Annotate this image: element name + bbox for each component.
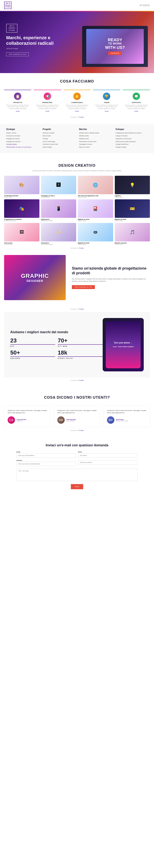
laptop-screen: READY TO WORK WITH US? CONTATTA xyxy=(86,29,144,64)
testimonial-card-2: Sample text. Click to select the text bo… xyxy=(103,406,150,427)
design-card-10: 🎟 Biglietti da visita Graphic design xyxy=(78,223,113,245)
stats-grid: 23 APP 70+ SITI WEB 50+ SQUADRE 18k UTEN… xyxy=(10,337,103,359)
logo-line1: ART & xyxy=(5,3,10,4)
design-card-0: 🎨 Un'identità aziendale Graphic design xyxy=(4,176,39,198)
design-card-title-8: Carte poster xyxy=(4,242,39,244)
design-creativo-sub: Lorem ipsum dolor sit amet, consectetur … xyxy=(4,170,150,172)
test-info-0: Catia Almeida Ingegneria xyxy=(17,419,26,422)
design-card-sub-3: Graphic design xyxy=(115,196,150,198)
contact-title: Inviaci un'e-mail con qualsiasi domanda xyxy=(17,443,137,447)
form-row-2: Indirizzo xyxy=(17,460,137,466)
global-immagine-note: Immagine de Freepik xyxy=(0,308,154,312)
competenza-text: Duis arat vulputare in vulputate velit e… xyxy=(65,104,89,110)
hero-section: ART & DESIGN STUDIO Marchi, esperienze e… xyxy=(0,11,154,73)
test-role-2: Direttore delle vendite xyxy=(116,420,128,422)
name-label: Nome xyxy=(78,451,137,453)
design-img-1: 🅱 xyxy=(41,176,76,194)
premi-title: PREMI xyxy=(104,102,109,103)
submit-button[interactable]: INVIA xyxy=(71,484,83,489)
list-item: Sviluppo Shopify xyxy=(116,146,148,148)
design-card-4: 🎭 Progettazione di volantini Progettazio… xyxy=(4,199,39,221)
global-immagine-link[interactable]: Freepik xyxy=(79,308,84,310)
design-immagine-note: Immagine de Freepik xyxy=(4,247,150,249)
laptop-cta: READY TO WORK WITH US? CONTATTA xyxy=(105,38,125,55)
services-section: Strategia Analisi e ricerca Consulenza i… xyxy=(0,124,154,153)
design-card-2: 🌐 Sito web di progettazione web Graphic … xyxy=(78,176,113,198)
form-group-name: Nome xyxy=(78,451,137,458)
message-textarea[interactable] xyxy=(17,469,137,481)
progetto-icon: 📋 xyxy=(14,93,21,100)
progetto-text: Duis arat vulputare in vulputate velit e… xyxy=(5,104,30,110)
list-item: Consulenza innovativi xyxy=(6,135,39,137)
list-item: Strategia del marchio xyxy=(6,138,39,140)
marketing-icon: 📢 xyxy=(44,93,51,100)
design-card-title-0: Un'identità aziendale xyxy=(4,195,39,196)
list-item: Brand Guide xyxy=(43,135,75,137)
marketing-text: Duis arat vulputare in vulputate velit e… xyxy=(35,104,60,110)
global-image: GRAPHIC DESIGNER xyxy=(4,255,66,300)
supporto-link[interactable]: DI PIÙ xyxy=(134,111,138,112)
cosa-facciamo-section: COSA FACCIAMO 📋 PROGETTO Duis arat vulpu… xyxy=(0,73,154,124)
services-grid: Strategia Analisi e ricerca Consulenza i… xyxy=(6,128,148,149)
testimonials-grid: Sample text. Click to select the text bo… xyxy=(4,406,150,427)
design-card-title-11: Modello musicale xyxy=(115,242,150,244)
stats-immagine-link[interactable]: Freepik xyxy=(79,380,84,381)
form-row-1: Email Nome xyxy=(17,451,137,458)
service-col-marchio: Marchio Identità visiva e Identità verba… xyxy=(79,128,112,149)
logo: ART & DESIGN STUDIO xyxy=(4,2,11,9)
sviluppo-title: Sviluppo xyxy=(116,128,148,130)
email-input[interactable] xyxy=(17,453,76,458)
address-input[interactable] xyxy=(17,462,76,466)
stat-squadre-label: SQUADRE xyxy=(10,356,55,359)
list-item: Creazione di asset visivi xyxy=(43,143,75,145)
service-col-sviluppo: Sviluppo Progettazione dell'architettura… xyxy=(116,128,148,149)
stats-title: Aiutiamo i migliori marchi del mondo xyxy=(10,330,103,334)
studio-label: STUDIO xyxy=(140,4,150,6)
design-card-sub-8: Graphic design xyxy=(4,244,39,245)
premi-link[interactable]: DI PIÙ xyxy=(105,111,109,112)
hero-title: Marchi, esperienze e collaborazioni radi… xyxy=(6,35,64,46)
service-col-strategia: Strategia Analisi e ricerca Consulenza i… xyxy=(6,128,39,149)
design-img-8: 🖼 xyxy=(4,223,39,242)
stat-squadre-number: 50+ xyxy=(10,349,55,356)
competenza-link[interactable]: DI PIÙ xyxy=(75,111,79,112)
global-section: GRAPHIC DESIGNER Siamo un'azienda global… xyxy=(0,255,154,306)
design-img-2: 🌐 xyxy=(78,176,113,194)
hero-cta-button[interactable]: PER SAPERE DI PIÙ xyxy=(6,52,29,56)
progetto-services-title: Progetto xyxy=(43,128,75,130)
list-item: Integrazioni di terze parti xyxy=(116,138,148,140)
test-avatar-1: HR xyxy=(57,416,65,424)
laptop-button[interactable]: CONTATTA xyxy=(108,52,122,55)
testimonials-immagine-link[interactable]: Freepik xyxy=(79,430,84,431)
marchio-title: Marchio xyxy=(79,128,112,130)
test-info-2: Bob Robert Direttore delle vendite xyxy=(116,419,128,422)
list-item: Strategia dei contenuti xyxy=(6,141,39,143)
design-card-title-10: Biglietti da visita xyxy=(78,242,113,244)
marketing-link[interactable]: DI PIÙ xyxy=(45,111,49,112)
stats-immagine-note: Immagine de Freepik xyxy=(4,380,150,381)
marketing-title: MARKETING xyxy=(42,102,52,103)
design-creativo-title: DESIGN CREATIVO xyxy=(4,157,150,170)
name-input[interactable] xyxy=(78,453,137,458)
stat-app-label: APP xyxy=(10,344,55,347)
form-group-website xyxy=(78,460,137,466)
design-img-9: ✨ xyxy=(41,223,76,242)
website-input[interactable] xyxy=(78,460,137,465)
test-avatar-2: BR xyxy=(107,416,114,424)
supporto-icon: 💬 xyxy=(133,93,140,100)
design-card-sub-10: Graphic design xyxy=(78,244,113,245)
design-card-sub-1: Graphic design xyxy=(41,196,76,198)
progetto-link[interactable]: DI PIÙ xyxy=(16,111,20,112)
list-item: Identità Iconica xyxy=(79,138,112,140)
form-group-address: Indirizzo xyxy=(17,460,76,466)
list-item: Direzione Creativa xyxy=(43,132,75,134)
design-card-title-3: Lightbox xyxy=(115,195,150,196)
global-title: Siamo un'azienda globale di progettazion… xyxy=(72,266,150,276)
cosa-immagine-link[interactable]: Freepik xyxy=(79,116,84,118)
stat-utenti: 18k UTENTI FELICI xyxy=(58,349,103,359)
design-card-sub-7: Graphic design xyxy=(115,220,150,221)
cosa-card-supporto: 💬 SUPPORTO Duis arat vulputare in vulput… xyxy=(123,90,150,114)
global-cta-button[interactable]: PER SAPERE DI PIÙ xyxy=(72,285,95,289)
list-item: Nominazione di asset visivi xyxy=(79,141,112,143)
design-immagine-link[interactable]: Freepik xyxy=(79,247,84,249)
